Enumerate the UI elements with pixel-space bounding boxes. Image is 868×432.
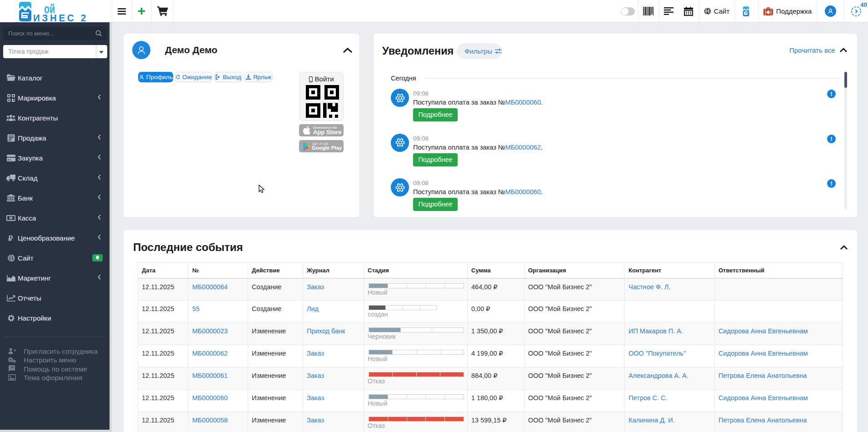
svg-text:ИЗНЕС 2: ИЗНЕС 2 [33, 13, 88, 21]
svg-text:₽: ₽ [8, 234, 13, 242]
svg-text:1: 1 [10, 216, 12, 220]
